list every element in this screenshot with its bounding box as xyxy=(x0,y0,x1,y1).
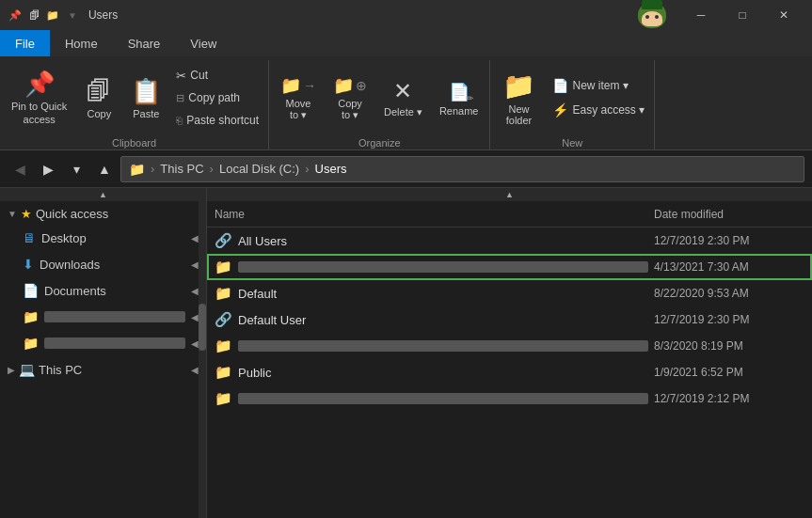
pc-icon: 💻 xyxy=(19,362,35,377)
clipboard-label: Clipboard xyxy=(4,135,264,149)
copy-to-icon: 📁 ⊕ xyxy=(333,75,367,96)
blurred-label-1: XXXXXXXXX xyxy=(44,311,185,322)
move-to-icon: 📁 → xyxy=(280,75,316,96)
ribbon: 📌 Pin to Quickaccess 🗐 Copy 📋 Paste ✂ Cu… xyxy=(0,56,812,150)
easy-access-label: Easy access ▾ xyxy=(572,103,645,117)
sidebar-item-blurred-1[interactable]: 📁 XXXXXXXXX ◀ xyxy=(0,304,206,330)
file-row-public[interactable]: 📁 Public 1/9/2021 6:52 PM xyxy=(207,359,812,385)
this-pc-chevron-icon: ▶ xyxy=(8,365,15,375)
sidebar: ▲ ▼ ★ Quick access 🖥 Desktop ◀ ⬇ Downloa… xyxy=(0,188,207,518)
delete-button[interactable]: ✕ Delete ▾ xyxy=(376,64,430,132)
scroll-up-icon: ▲ xyxy=(99,190,107,199)
sidebar-scroll-up[interactable]: ▲ xyxy=(0,188,206,201)
tab-file[interactable]: File xyxy=(0,30,50,56)
delete-icon: ✕ xyxy=(393,78,412,104)
paste-shortcut-label: Paste shortcut xyxy=(186,114,259,127)
new-item-button[interactable]: 📄 New item ▾ xyxy=(547,75,650,96)
copy-icon: 🗐 xyxy=(87,77,111,106)
column-name[interactable]: Name xyxy=(215,208,654,221)
copy-to-label: Copyto ▾ xyxy=(338,98,362,121)
ribbon-tabs: File Home Share View xyxy=(0,30,812,56)
sidebar-item-blurred-2[interactable]: 📁 XXXXXXXXXX ◀ xyxy=(0,330,206,356)
maximize-button[interactable]: □ xyxy=(722,0,763,30)
copy-label: Copy xyxy=(87,108,111,119)
paste-label: Paste xyxy=(133,108,159,119)
blurred-2-name: XXXXXXXXXXXX xyxy=(238,340,648,352)
copy-to-button[interactable]: 📁 ⊕ Copyto ▾ xyxy=(326,64,374,132)
pin-icon-downloads: ◀ xyxy=(191,259,199,270)
quick-icon-folder[interactable]: 📁 xyxy=(45,8,60,23)
pin-icon-this-pc: ◀ xyxy=(191,365,199,375)
file-scroll-up[interactable]: ▲ xyxy=(207,188,812,201)
default-name: Default xyxy=(238,287,648,301)
sidebar-item-desktop[interactable]: 🖥 Desktop ◀ xyxy=(0,225,206,251)
blurred-user-icon: 📁 xyxy=(215,259,232,275)
title-bar-quick-icons: 📌 🗐 📁 ▼ xyxy=(8,8,77,23)
back-button[interactable]: ◀ xyxy=(8,157,32,181)
sidebar-scrollbar-thumb[interactable] xyxy=(199,304,206,351)
sidebar-item-downloads[interactable]: ⬇ Downloads ◀ xyxy=(0,251,206,277)
cut-icon: ✂ xyxy=(176,69,186,83)
copy-path-button[interactable]: ⊟ Copy path xyxy=(170,87,264,108)
quick-icon-pin[interactable]: 📌 xyxy=(8,8,23,23)
paste-shortcut-icon: ⎗ xyxy=(176,115,183,126)
new-folder-button[interactable]: 📁 Newfolder xyxy=(494,64,543,132)
breadcrumb-sep-1: › xyxy=(151,162,154,176)
sidebar-section-quick-access[interactable]: ▼ ★ Quick access xyxy=(0,201,206,225)
file-row-default[interactable]: 📁 Default 8/22/2020 9:53 AM xyxy=(207,280,812,306)
tab-share[interactable]: Share xyxy=(113,30,176,56)
breadcrumb-local-disk[interactable]: Local Disk (C:) xyxy=(219,162,299,176)
breadcrumb-sep-3: › xyxy=(305,162,309,176)
file-row-all-users[interactable]: 🔗 All Users 12/7/2019 2:30 PM xyxy=(207,228,812,254)
breadcrumb-users[interactable]: Users xyxy=(315,162,347,176)
up-button[interactable]: ▲ xyxy=(92,157,117,181)
file-row-blurred-2[interactable]: 📁 XXXXXXXXXXXX 8/3/2020 8:19 PM xyxy=(207,333,812,359)
pin-icon-blurred-2: ◀ xyxy=(191,338,199,349)
move-to-button[interactable]: 📁 → Moveto ▾ xyxy=(273,64,324,132)
paste-button[interactable]: 📋 Paste xyxy=(123,64,168,132)
file-area: ▲ Name Date modified 🔗 All Users 12/7/20… xyxy=(207,188,812,518)
copy-button[interactable]: 🗐 Copy xyxy=(76,64,121,132)
blurred-2-icon: 📁 xyxy=(215,337,232,354)
file-row-blurred-3[interactable]: 📁 XXXXXXXXXX 12/7/2019 2:12 PM xyxy=(207,385,812,412)
recent-locations-button[interactable]: ▾ xyxy=(64,157,88,181)
file-scroll-up-icon: ▲ xyxy=(505,190,514,199)
cut-button[interactable]: ✂ Cut xyxy=(170,65,264,86)
address-box[interactable]: 📁 › This PC › Local Disk (C:) › Users xyxy=(120,156,804,182)
all-users-name: All Users xyxy=(238,234,648,248)
quick-icon-copy[interactable]: 🗐 xyxy=(26,8,41,23)
new-label: New xyxy=(494,135,650,149)
default-date: 8/22/2020 9:53 AM xyxy=(654,287,804,300)
minimize-button[interactable]: ─ xyxy=(680,0,722,30)
blurred-folder-icon-2: 📁 xyxy=(23,336,39,351)
forward-button[interactable]: ▶ xyxy=(36,157,60,181)
file-row-blurred-user[interactable]: 📁 XXXXXXXXXXX 4/13/2021 7:30 AM xyxy=(207,254,812,280)
sidebar-section-this-pc[interactable]: ▶ 💻 This PC ◀ xyxy=(0,356,206,381)
file-row-default-user[interactable]: 🔗 Default User 12/7/2019 2:30 PM xyxy=(207,306,812,333)
tab-home[interactable]: Home xyxy=(50,30,113,56)
sidebar-scrollbar xyxy=(199,188,206,518)
sidebar-item-documents[interactable]: 📄 Documents ◀ xyxy=(0,277,206,304)
documents-label: Documents xyxy=(44,284,106,298)
blurred-user-date: 4/13/2021 7:30 AM xyxy=(654,260,804,274)
desktop-label: Desktop xyxy=(41,231,87,245)
documents-folder-icon: 📄 xyxy=(23,283,39,298)
default-icon: 📁 xyxy=(215,285,232,302)
new-right-col: 📄 New item ▾ ⚡ Easy access ▾ xyxy=(547,64,650,132)
easy-access-icon: ⚡ xyxy=(552,102,568,118)
blurred-label-2: XXXXXXXXXX xyxy=(44,337,185,349)
column-date[interactable]: Date modified xyxy=(654,208,804,221)
rename-button[interactable]: 📄 ✏ Rename xyxy=(432,64,486,132)
easy-access-button[interactable]: ⚡ Easy access ▾ xyxy=(547,100,650,120)
new-item-label: New item ▾ xyxy=(572,79,628,92)
pin-to-quick-access-button[interactable]: 📌 Pin to Quickaccess xyxy=(4,64,74,132)
close-button[interactable]: ✕ xyxy=(763,0,804,30)
star-icon: ★ xyxy=(21,207,32,221)
pin-icon-blurred-1: ◀ xyxy=(191,312,199,322)
paste-shortcut-button[interactable]: ⎗ Paste shortcut xyxy=(170,110,264,131)
pin-icon-desktop: ◀ xyxy=(191,233,199,243)
mascot xyxy=(631,0,673,30)
tab-view[interactable]: View xyxy=(175,30,231,56)
new-folder-label: Newfolder xyxy=(506,103,533,126)
breadcrumb-this-pc[interactable]: This PC xyxy=(160,162,203,176)
